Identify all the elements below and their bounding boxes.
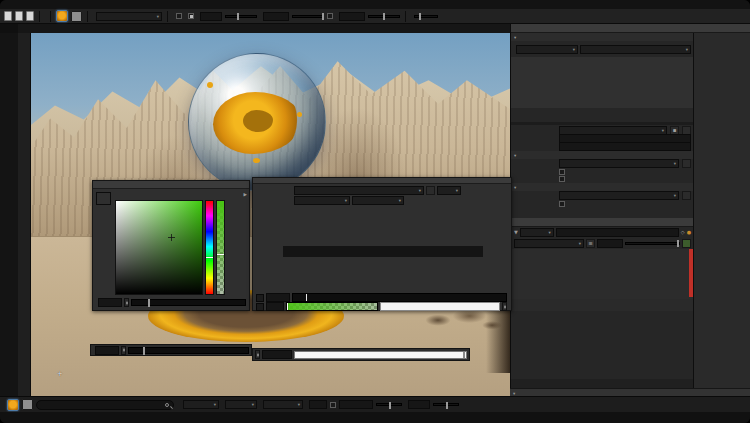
layer-scrollbar[interactable] [689, 249, 693, 297]
cs-alpha-field[interactable] [266, 302, 284, 311]
floating-intensity-field[interactable] [95, 346, 119, 355]
colorspace-auto-button[interactable] [426, 186, 435, 195]
floating-intensity-stepper[interactable] [121, 346, 126, 355]
input-colorspace-field[interactable] [36, 400, 174, 410]
mask-colorspace-auto-button[interactable] [682, 191, 691, 200]
floating-alpha-stepper[interactable] [255, 350, 260, 359]
mask-raw-data-checkbox[interactable] [559, 201, 565, 207]
radius-slider-thumb[interactable] [237, 13, 239, 20]
alpha-marker[interactable] [217, 254, 224, 255]
new-project-icon[interactable] [4, 11, 12, 21]
hue-strip[interactable] [205, 200, 214, 295]
floating-alpha-slider[interactable] [294, 351, 467, 359]
colors-palette-titlebar[interactable] [93, 181, 249, 189]
channel-depth-dropdown[interactable] [580, 45, 691, 54]
color-crosshair[interactable] [168, 234, 175, 241]
filter-options-icon[interactable]: ◇ [681, 229, 685, 235]
glass-sphere-model[interactable] [188, 53, 326, 191]
floating-alpha-field[interactable] [262, 350, 292, 359]
alpha-strip[interactable] [216, 200, 225, 295]
exposure-checkbox[interactable] [330, 402, 336, 408]
layer-amount-thumb[interactable] [677, 240, 679, 247]
radius-checkbox[interactable] [188, 13, 194, 19]
node-properties-collapse-icon[interactable]: ▾ [513, 391, 515, 396]
alpha-checkbox[interactable] [176, 13, 182, 19]
tab-overflow-icon[interactable]: ▶ [244, 192, 247, 197]
hue-marker[interactable] [206, 257, 213, 258]
blend-mode-dropdown[interactable] [514, 239, 584, 248]
add-layer-button[interactable] [682, 239, 691, 248]
cs-intensity-slider[interactable] [292, 293, 507, 302]
colorspace-extra-dropdown[interactable] [437, 186, 461, 195]
gain-field[interactable] [309, 400, 327, 409]
layer-search-input[interactable] [556, 228, 679, 237]
layer-amount-slider[interactable] [625, 242, 680, 245]
eraser-tool-icon[interactable] [71, 11, 82, 22]
cs-alpha-stepper[interactable] [502, 302, 507, 311]
colorspace-palette-titlebar[interactable] [253, 178, 511, 184]
display-device-dropdown[interactable] [183, 400, 219, 409]
quick-channel-section[interactable] [511, 33, 694, 41]
cs-alpha-number-field[interactable] [380, 302, 500, 311]
layers-palette-header[interactable] [511, 218, 694, 227]
paint-droplet [207, 82, 213, 88]
floating-intensity-thumb[interactable] [143, 347, 145, 355]
save-project-icon[interactable] [26, 11, 34, 21]
paint-mode-dropdown[interactable] [96, 12, 162, 21]
blend-lock-icon[interactable]: ≡ [586, 239, 595, 248]
filter-funnel-icon[interactable]: ▼ [514, 229, 518, 235]
floating-intensity-slider[interactable] [128, 347, 249, 354]
flow-slider-thumb[interactable] [383, 13, 385, 20]
flow-field[interactable] [339, 12, 365, 21]
saturation-value-square[interactable] [115, 200, 203, 295]
channel-actions-row [511, 109, 694, 122]
exposure-field[interactable] [339, 400, 373, 409]
current-color-swatch[interactable] [96, 192, 111, 205]
opacity-field[interactable] [263, 12, 289, 21]
cs-alpha-slider[interactable] [286, 302, 378, 311]
range-dropdown[interactable] [294, 196, 350, 205]
scale-slider-thumb[interactable] [419, 13, 421, 20]
scalar-data-checkbox[interactable] [559, 176, 565, 182]
filter-type-dropdown[interactable] [520, 228, 554, 237]
gamma-thumb[interactable] [446, 402, 448, 409]
active-brush-icon[interactable] [7, 399, 19, 411]
layer-filter-row: ▼ ◇ ● [511, 227, 694, 237]
open-project-icon[interactable] [15, 11, 23, 21]
component-dropdown[interactable] [263, 400, 303, 409]
cs-intensity-field[interactable] [266, 293, 290, 302]
view-transform-dropdown[interactable] [225, 400, 257, 409]
scale-slider[interactable] [414, 15, 438, 18]
range-extra-dropdown[interactable] [352, 196, 404, 205]
flow-slider[interactable] [368, 15, 400, 18]
intensity-slider[interactable] [131, 299, 246, 306]
colorspace-auto-button[interactable] [682, 159, 691, 168]
intensity-thumb[interactable] [148, 299, 150, 307]
exposure-thumb[interactable] [389, 402, 391, 409]
bottom-toolbar [0, 396, 750, 412]
opacity-slider[interactable] [292, 15, 324, 18]
opacity-slider-thumb[interactable] [322, 13, 324, 20]
mask-colorspace-dropdown[interactable] [559, 191, 679, 200]
gamma-field[interactable] [408, 400, 430, 409]
channels-palette-header[interactable] [511, 24, 694, 33]
cs-intensity-marker[interactable] [306, 294, 307, 301]
radius-field[interactable] [200, 12, 222, 21]
divider [50, 11, 51, 22]
cs-alpha-marker[interactable] [287, 303, 288, 310]
exposure-slider[interactable] [376, 403, 402, 406]
layer-amount-field[interactable] [597, 239, 623, 248]
bottom-dock-tab-bar [511, 370, 694, 379]
color-colorspace-dropdown[interactable] [559, 159, 679, 168]
gamma-slider[interactable] [433, 403, 459, 406]
flow-checkbox[interactable] [327, 13, 333, 19]
radius-slider[interactable] [225, 15, 257, 18]
intensity-field[interactable] [98, 298, 122, 307]
paint-tool-icon[interactable] [56, 10, 68, 22]
filter-state-icon[interactable]: ● [687, 229, 691, 235]
intensity-stepper[interactable] [124, 298, 129, 307]
brush-preset-icon[interactable] [22, 399, 33, 410]
floating-alpha-thumb[interactable] [463, 352, 465, 358]
colorspace-dropdown[interactable] [294, 186, 424, 195]
channel-size-dropdown[interactable] [516, 45, 578, 54]
